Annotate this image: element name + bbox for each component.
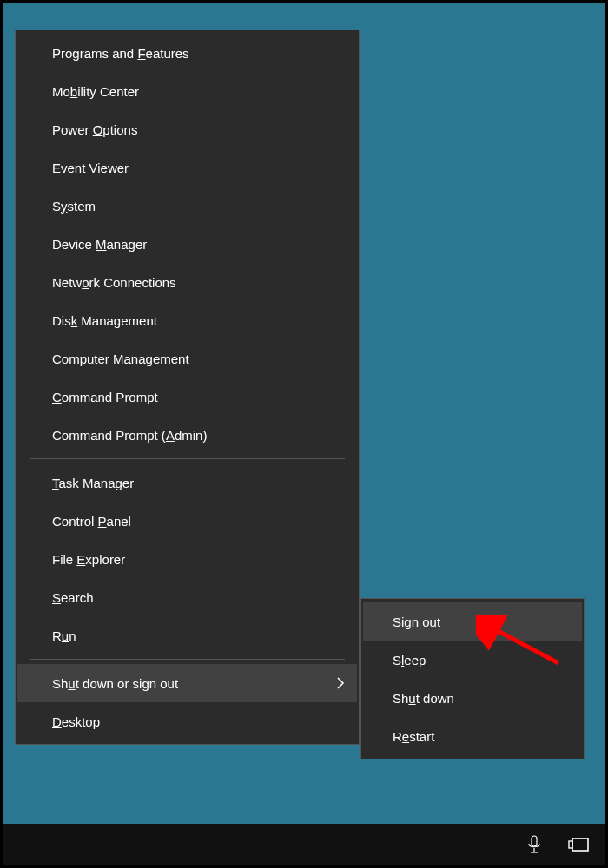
menu-separator	[30, 659, 345, 660]
menu-item-task-manager[interactable]: Task Manager	[17, 464, 357, 502]
menu-item-label: Command Prompt (Admin)	[52, 428, 207, 443]
menu-item-disk-management[interactable]: Disk Management	[17, 301, 357, 339]
submenu-item-shut-down[interactable]: Shut down	[363, 679, 582, 717]
task-view-icon[interactable]	[560, 824, 598, 865]
taskbar	[3, 824, 605, 865]
menu-item-label: File Explorer	[52, 552, 125, 567]
menu-item-label: Desktop	[52, 714, 100, 729]
menu-item-label: Power Options	[52, 122, 137, 137]
menu-item-label: Sign out	[393, 615, 440, 629]
menu-item-network-connections[interactable]: Network Connections	[17, 263, 357, 301]
submenu-item-sleep[interactable]: Sleep	[363, 641, 582, 679]
menu-item-label: Programs and Features	[52, 46, 189, 61]
chevron-right-icon	[336, 676, 345, 690]
menu-item-run[interactable]: Run	[17, 616, 357, 654]
shutdown-submenu: Sign outSleepShut downRestart	[360, 598, 585, 760]
menu-item-command-prompt[interactable]: Command Prompt	[17, 378, 357, 416]
menu-item-label: Network Connections	[52, 275, 176, 290]
menu-item-label: Shut down	[393, 691, 454, 706]
menu-item-system[interactable]: System	[17, 187, 357, 225]
menu-item-shut-down-or-sign-out[interactable]: Shut down or sign out	[17, 664, 357, 702]
menu-item-label: Sleep	[393, 653, 426, 667]
menu-item-programs-and-features[interactable]: Programs and Features	[17, 34, 357, 72]
menu-item-label: Task Manager	[52, 476, 134, 490]
svg-rect-6	[569, 841, 572, 848]
menu-item-desktop[interactable]: Desktop	[17, 702, 357, 740]
menu-item-label: Control Panel	[52, 514, 131, 529]
menu-item-label: Disk Management	[52, 313, 157, 328]
menu-item-search[interactable]: Search	[17, 578, 357, 616]
menu-item-event-viewer[interactable]: Event Viewer	[17, 148, 357, 187]
menu-item-label: Shut down or sign out	[52, 676, 178, 691]
svg-rect-2	[532, 836, 537, 846]
menu-item-label: System	[52, 199, 96, 214]
menu-item-device-manager[interactable]: Device Manager	[17, 225, 357, 263]
submenu-item-restart[interactable]: Restart	[363, 717, 582, 755]
menu-item-label: Search	[52, 590, 94, 605]
submenu-item-sign-out[interactable]: Sign out	[363, 602, 582, 641]
menu-item-file-explorer[interactable]: File Explorer	[17, 540, 357, 578]
menu-item-label: Device Manager	[52, 237, 147, 252]
winx-context-menu: Programs and FeaturesMobility CenterPowe…	[15, 30, 360, 745]
microphone-icon[interactable]	[515, 824, 553, 865]
desktop-background[interactable]: Programs and FeaturesMobility CenterPowe…	[3, 3, 605, 865]
menu-item-mobility-center[interactable]: Mobility Center	[17, 72, 357, 110]
menu-item-label: Restart	[393, 729, 434, 744]
menu-item-control-panel[interactable]: Control Panel	[17, 502, 357, 540]
menu-item-label: Run	[52, 628, 76, 643]
menu-item-label: Command Prompt	[52, 390, 158, 404]
menu-item-label: Mobility Center	[52, 84, 139, 99]
menu-item-command-prompt-admin[interactable]: Command Prompt (Admin)	[17, 416, 357, 454]
menu-separator	[30, 458, 345, 459]
svg-rect-5	[572, 838, 588, 851]
menu-item-label: Event Viewer	[52, 161, 129, 175]
menu-item-computer-management[interactable]: Computer Management	[17, 339, 357, 378]
menu-item-label: Computer Management	[52, 352, 189, 366]
menu-item-power-options[interactable]: Power Options	[17, 110, 357, 148]
